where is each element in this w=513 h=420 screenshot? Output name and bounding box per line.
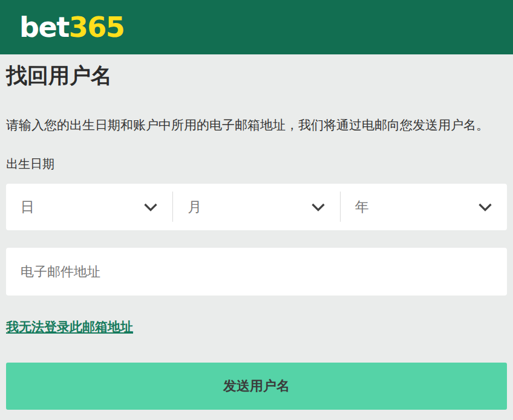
chevron-down-icon [478, 203, 492, 212]
chevron-down-icon [143, 203, 158, 212]
dob-month-select[interactable]: 月 [173, 184, 339, 230]
logo-text-365: 365 [69, 11, 125, 44]
main-content: 找回用户名 请输入您的出生日期和账户中所用的电子邮箱地址，我们将通过电邮向您发送… [0, 63, 513, 410]
logo-text-bet: bet [19, 11, 69, 44]
bet365-logo[interactable]: bet365 [19, 13, 124, 41]
send-username-button[interactable]: 发送用户名 [6, 363, 507, 410]
dob-month-value: 月 [188, 198, 201, 216]
dob-label: 出生日期 [6, 156, 507, 172]
email-field-container [6, 248, 507, 296]
dob-day-value: 日 [21, 198, 34, 216]
email-input[interactable] [6, 248, 507, 296]
chevron-down-icon [311, 203, 325, 212]
instruction-text: 请输入您的出生日期和账户中所用的电子邮箱地址，我们将通过电邮向您发送用户名。 [6, 117, 507, 134]
cannot-access-email-link[interactable]: 我无法登录此邮箱地址 [6, 319, 133, 335]
dob-day-select[interactable]: 日 [6, 184, 172, 230]
page-title: 找回用户名 [6, 63, 507, 88]
header-bar: bet365 [0, 0, 513, 54]
dob-year-value: 年 [355, 198, 369, 216]
dob-select-row: 日 月 年 [6, 184, 507, 230]
dob-year-select[interactable]: 年 [341, 184, 507, 230]
